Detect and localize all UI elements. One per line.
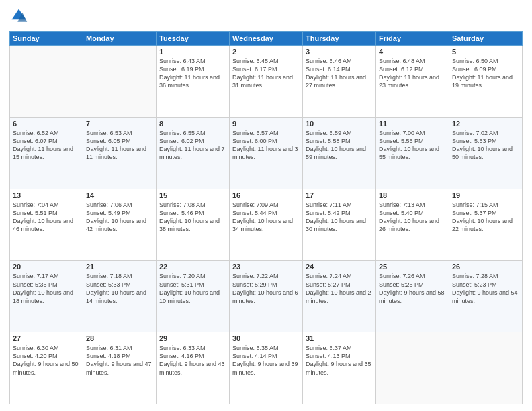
calendar-cell: 9Sunrise: 6:57 AM Sunset: 6:00 PM Daylig… [230, 117, 303, 189]
calendar-table: SundayMondayTuesdayWednesdayThursdayFrid… [9, 31, 523, 404]
day-number: 30 [232, 334, 300, 342]
calendar-cell: 1Sunrise: 6:43 AM Sunset: 6:19 PM Daylig… [157, 46, 230, 118]
day-info: Sunrise: 7:09 AM Sunset: 5:44 PM Dayligh… [232, 201, 300, 234]
day-number: 7 [86, 120, 153, 128]
day-info: Sunrise: 6:35 AM Sunset: 4:14 PM Dayligh… [232, 344, 300, 377]
calendar-cell: 22Sunrise: 7:20 AM Sunset: 5:31 PM Dayli… [157, 261, 230, 332]
weekday-header: Monday [83, 32, 157, 46]
calendar-cell: 31Sunrise: 6:37 AM Sunset: 4:13 PM Dayli… [303, 332, 376, 404]
day-info: Sunrise: 6:57 AM Sunset: 6:00 PM Dayligh… [232, 129, 300, 162]
calendar-cell: 11Sunrise: 7:00 AM Sunset: 5:55 PM Dayli… [376, 117, 449, 189]
day-info: Sunrise: 6:46 AM Sunset: 6:14 PM Dayligh… [306, 57, 373, 90]
day-info: Sunrise: 6:33 AM Sunset: 4:16 PM Dayligh… [159, 344, 226, 377]
day-info: Sunrise: 7:04 AM Sunset: 5:51 PM Dayligh… [13, 201, 80, 234]
calendar-cell: 30Sunrise: 6:35 AM Sunset: 4:14 PM Dayli… [230, 332, 303, 404]
day-number: 5 [452, 48, 519, 56]
page: SundayMondayTuesdayWednesdayThursdayFrid… [0, 0, 532, 411]
calendar-cell: 2Sunrise: 6:45 AM Sunset: 6:17 PM Daylig… [230, 46, 303, 118]
day-number: 4 [379, 48, 446, 56]
day-info: Sunrise: 6:48 AM Sunset: 6:12 PM Dayligh… [379, 57, 446, 90]
calendar-cell: 25Sunrise: 7:26 AM Sunset: 5:25 PM Dayli… [376, 261, 449, 332]
calendar-cell: 21Sunrise: 7:18 AM Sunset: 5:33 PM Dayli… [83, 261, 157, 332]
calendar-cell: 14Sunrise: 7:06 AM Sunset: 5:49 PM Dayli… [83, 189, 157, 261]
calendar-week-row: 13Sunrise: 7:04 AM Sunset: 5:51 PM Dayli… [10, 189, 523, 261]
calendar-cell: 4Sunrise: 6:48 AM Sunset: 6:12 PM Daylig… [376, 46, 449, 118]
day-info: Sunrise: 6:59 AM Sunset: 5:58 PM Dayligh… [306, 129, 373, 162]
day-number: 2 [232, 48, 300, 56]
day-number: 25 [379, 263, 446, 271]
day-number: 12 [452, 120, 519, 128]
calendar-week-row: 1Sunrise: 6:43 AM Sunset: 6:19 PM Daylig… [10, 46, 523, 118]
day-number: 24 [306, 263, 373, 271]
calendar-cell [449, 332, 523, 404]
calendar-cell: 10Sunrise: 6:59 AM Sunset: 5:58 PM Dayli… [303, 117, 376, 189]
calendar-cell: 28Sunrise: 6:31 AM Sunset: 4:18 PM Dayli… [83, 332, 157, 404]
day-info: Sunrise: 7:26 AM Sunset: 5:25 PM Dayligh… [379, 272, 446, 305]
calendar-cell: 12Sunrise: 7:02 AM Sunset: 5:53 PM Dayli… [449, 117, 523, 189]
calendar-cell: 27Sunrise: 6:30 AM Sunset: 4:20 PM Dayli… [10, 332, 83, 404]
day-info: Sunrise: 6:52 AM Sunset: 6:07 PM Dayligh… [13, 129, 80, 162]
calendar-cell: 8Sunrise: 6:55 AM Sunset: 6:02 PM Daylig… [157, 117, 230, 189]
day-number: 17 [306, 191, 373, 199]
day-info: Sunrise: 7:08 AM Sunset: 5:46 PM Dayligh… [159, 201, 226, 234]
day-number: 15 [159, 191, 226, 199]
day-number: 26 [452, 263, 519, 271]
day-number: 29 [159, 334, 226, 342]
day-info: Sunrise: 7:28 AM Sunset: 5:23 PM Dayligh… [452, 272, 519, 305]
calendar-cell [10, 46, 83, 118]
calendar-cell: 7Sunrise: 6:53 AM Sunset: 6:05 PM Daylig… [83, 117, 157, 189]
day-info: Sunrise: 7:13 AM Sunset: 5:40 PM Dayligh… [379, 201, 446, 234]
day-number: 10 [306, 120, 373, 128]
calendar-cell: 6Sunrise: 6:52 AM Sunset: 6:07 PM Daylig… [10, 117, 83, 189]
weekday-header: Thursday [303, 32, 376, 46]
day-number: 11 [379, 120, 446, 128]
day-info: Sunrise: 7:22 AM Sunset: 5:29 PM Dayligh… [232, 272, 300, 305]
day-number: 31 [306, 334, 373, 342]
day-info: Sunrise: 7:15 AM Sunset: 5:37 PM Dayligh… [452, 201, 519, 234]
calendar-week-row: 20Sunrise: 7:17 AM Sunset: 5:35 PM Dayli… [10, 261, 523, 332]
calendar-cell [83, 46, 157, 118]
day-info: Sunrise: 7:17 AM Sunset: 5:35 PM Dayligh… [13, 272, 80, 305]
header [9, 7, 523, 26]
weekday-header: Saturday [449, 32, 523, 46]
day-info: Sunrise: 6:30 AM Sunset: 4:20 PM Dayligh… [13, 344, 80, 377]
day-info: Sunrise: 7:24 AM Sunset: 5:27 PM Dayligh… [306, 272, 373, 305]
day-info: Sunrise: 6:53 AM Sunset: 6:05 PM Dayligh… [86, 129, 153, 162]
day-number: 8 [159, 120, 226, 128]
logo-icon [9, 7, 28, 26]
day-number: 21 [86, 263, 153, 271]
day-number: 22 [159, 263, 226, 271]
calendar-cell: 13Sunrise: 7:04 AM Sunset: 5:51 PM Dayli… [10, 189, 83, 261]
day-number: 16 [232, 191, 300, 199]
calendar-cell: 18Sunrise: 7:13 AM Sunset: 5:40 PM Dayli… [376, 189, 449, 261]
day-number: 3 [306, 48, 373, 56]
day-number: 6 [13, 120, 80, 128]
logo [9, 7, 31, 26]
day-info: Sunrise: 7:11 AM Sunset: 5:42 PM Dayligh… [306, 201, 373, 234]
day-number: 28 [86, 334, 153, 342]
calendar-cell: 19Sunrise: 7:15 AM Sunset: 5:37 PM Dayli… [449, 189, 523, 261]
day-number: 14 [86, 191, 153, 199]
day-info: Sunrise: 6:31 AM Sunset: 4:18 PM Dayligh… [86, 344, 153, 377]
weekday-header: Tuesday [157, 32, 230, 46]
day-info: Sunrise: 6:45 AM Sunset: 6:17 PM Dayligh… [232, 57, 300, 90]
day-number: 1 [159, 48, 226, 56]
day-number: 19 [452, 191, 519, 199]
calendar-week-row: 27Sunrise: 6:30 AM Sunset: 4:20 PM Dayli… [10, 332, 523, 404]
calendar-cell: 17Sunrise: 7:11 AM Sunset: 5:42 PM Dayli… [303, 189, 376, 261]
day-info: Sunrise: 7:18 AM Sunset: 5:33 PM Dayligh… [86, 272, 153, 305]
calendar-cell: 29Sunrise: 6:33 AM Sunset: 4:16 PM Dayli… [157, 332, 230, 404]
calendar-cell: 5Sunrise: 6:50 AM Sunset: 6:09 PM Daylig… [449, 46, 523, 118]
day-number: 13 [13, 191, 80, 199]
day-number: 27 [13, 334, 80, 342]
calendar-cell: 16Sunrise: 7:09 AM Sunset: 5:44 PM Dayli… [230, 189, 303, 261]
weekday-header: Friday [376, 32, 449, 46]
day-info: Sunrise: 6:37 AM Sunset: 4:13 PM Dayligh… [306, 344, 373, 377]
day-info: Sunrise: 7:06 AM Sunset: 5:49 PM Dayligh… [86, 201, 153, 234]
weekday-header: Sunday [10, 32, 83, 46]
day-info: Sunrise: 7:02 AM Sunset: 5:53 PM Dayligh… [452, 129, 519, 162]
calendar-week-row: 6Sunrise: 6:52 AM Sunset: 6:07 PM Daylig… [10, 117, 523, 189]
day-info: Sunrise: 7:20 AM Sunset: 5:31 PM Dayligh… [159, 272, 226, 305]
calendar-cell [376, 332, 449, 404]
weekday-header-row: SundayMondayTuesdayWednesdayThursdayFrid… [10, 32, 523, 46]
